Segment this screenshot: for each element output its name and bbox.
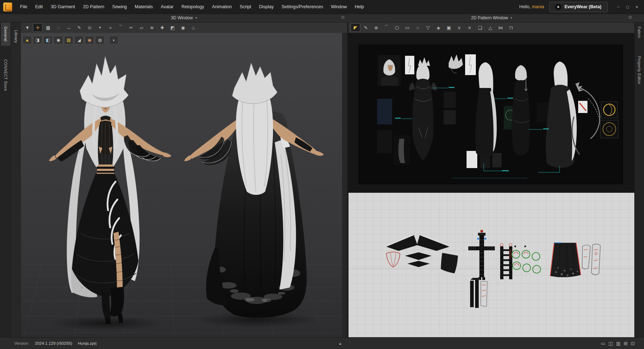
menu-display[interactable]: Display <box>255 3 277 11</box>
circle-icon[interactable]: ○ <box>413 23 423 32</box>
select-move-icon[interactable]: ✛ <box>33 23 43 32</box>
edit-sculpt-icon[interactable]: ✎ <box>74 23 84 32</box>
pin-icon[interactable]: ⊙ <box>85 23 94 32</box>
menu-3d-garment[interactable]: 3D Garment <box>47 3 79 11</box>
steam-icon[interactable]: ♨ <box>189 23 198 32</box>
2d-pattern-panel: ◤✎⊕⌒⬡▭○▽◈▣∨≡❏△⋈⊓ <box>348 22 635 338</box>
segment-sewing-icon[interactable]: ⋈ <box>496 23 506 32</box>
internal-rectangle-icon[interactable]: ▣ <box>444 23 454 32</box>
menu-edit[interactable]: Edit <box>31 3 47 11</box>
strain-map-icon[interactable]: ◩ <box>168 23 177 32</box>
menu-help[interactable]: Help <box>351 3 368 11</box>
3d-window-header[interactable]: 3D Window ▾ ⊡ <box>20 14 347 22</box>
gizmo-icon[interactable]: ✚ <box>157 23 167 32</box>
minimize-window-icon[interactable]: ─ <box>614 3 623 10</box>
pattern-piece-side-skirt-panel[interactable] <box>441 253 458 274</box>
edit-curvature-icon[interactable]: ⌒ <box>382 23 391 32</box>
scissors-icon[interactable]: ✂ <box>126 23 136 32</box>
2d-pattern-window-header[interactable]: 2D Pattern Window ▾ ⊡ <box>348 14 635 22</box>
show-annotations-icon[interactable]: ▤ <box>64 36 73 44</box>
reference-board-region[interactable] <box>348 33 635 193</box>
pattern-piece-collar-wings[interactable] <box>386 235 450 251</box>
3d-window-title: 3D Window <box>171 15 193 20</box>
window-layout-two-pane-icon[interactable]: ◫ <box>609 341 613 346</box>
pattern-piece-chevron-trims[interactable] <box>405 252 432 267</box>
show-mannequin-icon[interactable]: ◉ <box>85 36 94 44</box>
library-tab[interactable]: Library <box>11 26 21 47</box>
everywear-icon: ✶ <box>555 4 561 10</box>
rectangle-icon[interactable]: ▭ <box>402 23 412 32</box>
pattern-piece-waist-strips[interactable] <box>470 278 487 308</box>
menu-file[interactable]: File <box>16 3 31 11</box>
show-textured-garment-icon[interactable]: ◧ <box>43 36 53 44</box>
sewing-3d-icon[interactable]: ≈ <box>106 23 115 32</box>
wind-icon[interactable]: ≋ <box>147 23 157 32</box>
select-mesh-box-icon[interactable]: ▦ <box>43 23 53 32</box>
2d-toolbar: ◤✎⊕⌒⬡▭○▽◈▣∨≡❏△⋈⊓ <box>348 22 635 33</box>
menu-script[interactable]: Script <box>236 3 255 11</box>
username-link[interactable]: mania <box>532 4 544 9</box>
show-garment-fit-icon[interactable]: ◨ <box>33 36 42 44</box>
select-mesh-lasso-icon[interactable]: ◌ <box>54 23 63 32</box>
menu-materials[interactable]: Materials <box>131 3 157 11</box>
transform-feature-icon[interactable]: ↔ <box>64 23 74 32</box>
chevron-down-icon[interactable]: ▾ <box>511 16 512 20</box>
menu-retopology[interactable]: Retopology <box>178 3 208 11</box>
2d-panel-options-icon[interactable]: ⊡ <box>629 15 632 20</box>
show-pins-icon[interactable]: ◢ <box>74 36 84 44</box>
pattern-piece-bodice-outline-panels[interactable] <box>582 244 600 275</box>
everywear-button[interactable]: ✶ EveryWear (Beta) <box>549 2 608 12</box>
seam-allowance-icon[interactable]: ≡ <box>465 23 474 32</box>
menu-window[interactable]: Window <box>327 3 350 11</box>
show-avatar-icon[interactable]: ◉ <box>54 36 63 44</box>
menu-animation[interactable]: Animation <box>208 3 235 11</box>
3d-scene[interactable] <box>20 33 342 338</box>
pattern-piece-main-skirt-panel[interactable] <box>550 243 581 277</box>
window-layout-single-icon[interactable]: ▭ <box>601 341 605 346</box>
notch-icon[interactable]: ∨ <box>454 23 464 32</box>
close-window-icon[interactable]: ✕ <box>633 3 641 10</box>
3d-toolbar: ▼✛▦◌↔✎⊙⌖≈⌒✂▱≋✚◩◉♨ <box>20 22 347 33</box>
window-layout-three-pane-icon[interactable]: ▥ <box>616 341 620 346</box>
3d-viewport[interactable]: ▲◨◧◉▤◢◉◍◗ <box>20 33 342 338</box>
flatten-icon[interactable]: ▱ <box>137 23 146 32</box>
dart-icon[interactable]: ▽ <box>423 23 433 32</box>
add-point-icon[interactable]: ⊕ <box>371 23 381 32</box>
show-3d-garment-icon[interactable]: ▲ <box>23 36 32 44</box>
sidebar-tab-general[interactable]: General <box>1 22 10 46</box>
app-logo-icon <box>3 3 12 11</box>
internal-polygon-icon[interactable]: ◈ <box>434 23 443 32</box>
edit-pattern-icon[interactable]: ✎ <box>361 23 371 32</box>
show-wireframe-icon[interactable]: ◍ <box>95 36 104 44</box>
window-layout-custom-icon[interactable]: ⊡ <box>631 341 635 346</box>
simulate-icon[interactable]: ▼ <box>23 23 32 32</box>
expand-statusbar-icon[interactable]: ▲ <box>338 338 342 349</box>
menubar: FileEdit3D Garment2D PatternSewingMateri… <box>0 0 644 14</box>
menu-2d-pattern[interactable]: 2D Pattern <box>79 3 108 11</box>
tack-on-avatar-icon[interactable]: ⌖ <box>95 23 105 32</box>
steam-brush-icon[interactable]: ◗ <box>109 36 118 44</box>
chevron-down-icon[interactable]: ▾ <box>195 16 197 20</box>
pattern-piece-shield-panel[interactable] <box>386 252 400 267</box>
sidebar-tab-fabric[interactable]: Fabric <box>635 22 644 43</box>
button-icon[interactable]: ◉ <box>178 23 188 32</box>
sidebar-tab-property-editor[interactable]: Property Editor <box>635 52 644 89</box>
menu-sewing[interactable]: Sewing <box>109 3 131 11</box>
pattern-piece-strap-ladder[interactable] <box>500 244 512 279</box>
2d-pattern-canvas[interactable] <box>348 193 635 338</box>
menu-avatar[interactable]: Avatar <box>157 3 177 11</box>
pattern-piece-belt-cross-assembly[interactable] <box>468 230 495 280</box>
transform-pattern-icon[interactable]: ◤ <box>351 23 360 32</box>
trace-icon[interactable]: ❏ <box>475 23 485 32</box>
polygon-icon[interactable]: ⬡ <box>392 23 402 32</box>
grading-icon[interactable]: △ <box>486 23 495 32</box>
restore-window-icon[interactable]: ▢ <box>623 3 632 10</box>
panel-header-row: 3D Window ▾ ⊡ 2D Pattern Window ▾ ⊡ <box>0 14 644 23</box>
window-layout-quad-icon[interactable]: ⊞ <box>624 341 628 346</box>
sidebar-tab-connect-store[interactable]: CONNECT Store <box>1 55 10 95</box>
tape-measure-icon[interactable]: ⌒ <box>116 23 126 32</box>
3d-panel-options-icon[interactable]: ⊡ <box>341 15 345 20</box>
greeting: Hello, mania <box>519 4 544 9</box>
show-garment-2d-icon[interactable]: ⊓ <box>506 23 516 32</box>
menu-settings-preferences[interactable]: Settings/Preferences <box>278 3 327 11</box>
